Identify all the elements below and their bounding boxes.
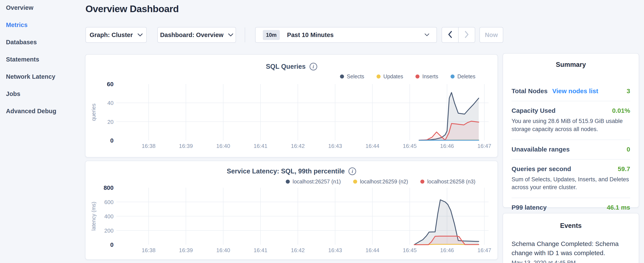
service-latency-chart[interactable]: 020040060080016:3816:3916:4016:4116:4216… xyxy=(86,161,498,259)
svg-text:16:47: 16:47 xyxy=(477,143,491,149)
summary-label: Unavailable ranges xyxy=(512,146,570,153)
svg-text:16:38: 16:38 xyxy=(142,143,156,149)
summary-label: P99 latency xyxy=(512,204,546,211)
svg-text:800: 800 xyxy=(104,184,114,191)
sidebar-item-overview[interactable]: Overview xyxy=(6,4,85,22)
dashboard-dropdown[interactable]: Dashboard: Overview xyxy=(157,27,236,43)
svg-text:16:38: 16:38 xyxy=(142,247,156,253)
chevron-down-icon xyxy=(424,34,429,36)
svg-text:16:44: 16:44 xyxy=(366,143,379,149)
time-back-button[interactable] xyxy=(442,27,458,43)
svg-text:16:39: 16:39 xyxy=(179,247,193,253)
svg-text:0: 0 xyxy=(110,137,114,144)
svg-text:16:46: 16:46 xyxy=(440,247,454,253)
summary-subtext: You are using 28.6 MiB of 515.9 GiB usab… xyxy=(512,117,630,133)
dashboard-dropdown-label: Dashboard: Overview xyxy=(160,32,224,39)
summary-panel: Summary Total Nodes View nodes list 3 Ca… xyxy=(502,53,639,208)
svg-text:16:44: 16:44 xyxy=(366,247,379,253)
summary-row-queries-per-second: Queries per second 59.7 Sum of Selects, … xyxy=(512,160,630,198)
sql-queries-chart[interactable]: 020406016:3816:3916:4016:4116:4216:4316:… xyxy=(86,55,498,157)
sidebar-item-jobs[interactable]: Jobs xyxy=(6,90,85,108)
time-range-dropdown[interactable]: 10m Past 10 Minutes xyxy=(255,27,437,43)
time-range-label: Past 10 Minutes xyxy=(287,32,334,39)
summary-label: Total Nodes xyxy=(512,87,548,95)
summary-value: 3 xyxy=(626,87,630,95)
chevron-left-icon xyxy=(448,31,452,39)
controls-divider xyxy=(245,28,245,42)
chevron-right-icon xyxy=(464,31,469,39)
svg-text:16:45: 16:45 xyxy=(403,247,417,253)
summary-title: Summary xyxy=(512,61,630,69)
sql-queries-chart-panel: SQL Queries i Selects Updates Inserts De… xyxy=(85,54,498,157)
svg-text:16:41: 16:41 xyxy=(254,143,268,149)
svg-text:200: 200 xyxy=(104,227,114,234)
time-range-badge: 10m xyxy=(263,30,280,40)
event-text: Schema Change Completed: Schema change w… xyxy=(512,239,630,257)
summary-subtext: Sum of Selects, Updates, Inserts, and De… xyxy=(512,176,630,192)
summary-value: 0 xyxy=(626,146,630,153)
svg-text:40: 40 xyxy=(107,100,114,106)
summary-value: 46.1 ms xyxy=(607,204,630,211)
events-title: Events xyxy=(512,222,630,229)
sidebar-item-advanced-debug[interactable]: Advanced Debug xyxy=(6,108,85,125)
summary-label: Queries per second xyxy=(512,165,571,173)
svg-text:16:47: 16:47 xyxy=(477,247,491,253)
sidebar-item-network-latency[interactable]: Network Latency xyxy=(6,73,85,90)
svg-text:60: 60 xyxy=(107,81,114,87)
svg-text:queries: queries xyxy=(90,104,96,121)
svg-text:16:42: 16:42 xyxy=(291,143,305,149)
svg-text:16:40: 16:40 xyxy=(216,143,230,149)
summary-label: Capacity Used xyxy=(512,107,556,114)
controls-toolbar: Graph: Cluster Dashboard: Overview 10m P… xyxy=(0,27,644,43)
event-timestamp: May 13, 2020 at 4:45 PM xyxy=(512,259,630,263)
svg-text:600: 600 xyxy=(104,199,114,205)
chevron-down-icon xyxy=(228,34,233,37)
service-latency-chart-panel: Service Latency: SQL, 99th percentile i … xyxy=(85,161,498,260)
chevron-down-icon xyxy=(138,34,143,37)
now-button[interactable]: Now xyxy=(480,27,503,43)
page-title: Overview Dashboard xyxy=(86,4,179,15)
svg-text:16:39: 16:39 xyxy=(179,143,193,149)
svg-text:16:46: 16:46 xyxy=(440,143,454,149)
svg-text:20: 20 xyxy=(107,119,114,125)
view-nodes-list-link[interactable]: View nodes list xyxy=(552,87,598,95)
time-forward-button[interactable] xyxy=(458,27,475,43)
event-list-item[interactable]: Schema Change Completed: Schema change w… xyxy=(512,239,630,263)
svg-text:400: 400 xyxy=(104,213,114,220)
svg-text:16:40: 16:40 xyxy=(216,247,230,253)
svg-text:16:41: 16:41 xyxy=(254,247,268,253)
sidebar-item-statements[interactable]: Statements xyxy=(6,56,85,73)
summary-row-total-nodes: Total Nodes View nodes list 3 xyxy=(512,82,630,101)
summary-value: 59.7 xyxy=(618,165,630,173)
graph-scope-dropdown[interactable]: Graph: Cluster xyxy=(86,27,147,43)
events-panel: Events Schema Change Completed: Schema c… xyxy=(502,213,639,263)
svg-text:latency (ms): latency (ms) xyxy=(90,202,96,231)
graph-scope-dropdown-label: Graph: Cluster xyxy=(90,32,133,39)
svg-text:16:45: 16:45 xyxy=(403,143,417,149)
svg-text:16:43: 16:43 xyxy=(328,247,342,253)
summary-row-unavailable-ranges: Unavailable ranges 0 xyxy=(512,140,630,160)
summary-value: 0.01% xyxy=(612,107,630,114)
svg-text:16:43: 16:43 xyxy=(328,143,342,149)
svg-text:16:42: 16:42 xyxy=(291,247,305,253)
summary-row-capacity-used: Capacity Used 0.01% You are using 28.6 M… xyxy=(512,101,630,140)
time-pager xyxy=(442,27,475,43)
svg-text:0: 0 xyxy=(110,241,114,248)
